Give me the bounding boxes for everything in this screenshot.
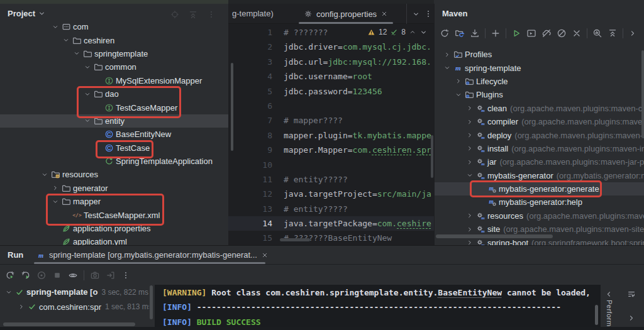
project-item-mysqlextensionmapper[interactable]: MySqlExtensionMapper	[0, 74, 235, 87]
chevron-down-icon[interactable]	[50, 198, 60, 206]
project-item-application-yml[interactable]: application.yml	[0, 235, 235, 245]
skip-tests-icon[interactable]	[557, 28, 567, 38]
project-item-testcasemapper-xml[interactable]: </>TestCaseMapper.xml	[0, 208, 235, 221]
rerun-with-icon[interactable]	[21, 270, 31, 280]
project-item-testcasemapper[interactable]: TestCaseMapper	[0, 101, 235, 114]
dependency-analyzer-icon[interactable]	[592, 28, 602, 38]
maven-item-resources[interactable]: mresources(org.apache.maven.plugins:mave…	[435, 209, 644, 223]
maven-item-clean[interactable]: mclean(org.apache.maven.plugins:maven-cl…	[435, 102, 644, 115]
soft-wrap-icon[interactable]	[627, 290, 636, 299]
inspection-widget[interactable]: 12 8	[366, 28, 429, 36]
maven-item-mybatis-generator-help[interactable]: mmybatis-generator:help	[435, 195, 644, 209]
project-panel-header[interactable]: Project	[8, 9, 46, 18]
project-item-resources[interactable]: resources	[0, 168, 235, 181]
project-item-springtemplateapplication[interactable]: SpringTemplateApplication	[0, 155, 235, 168]
maven-item-mybatis-generator[interactable]: mmybatis-generator(org.mybatis.generator…	[435, 169, 644, 182]
project-item-common[interactable]: common	[0, 60, 235, 74]
add-maven-project-icon[interactable]	[491, 28, 501, 38]
more-options-icon[interactable]	[424, 9, 433, 18]
performance-tab-label[interactable]: Perform	[606, 300, 613, 327]
project-item-springtemplate[interactable]: springtemplate	[0, 47, 235, 60]
project-item-mapper[interactable]: mapper	[0, 195, 235, 208]
next-problem-icon[interactable]	[419, 28, 428, 36]
maven-item-lifecycle[interactable]: Lifecycle	[435, 75, 644, 88]
close-icon[interactable]	[261, 251, 269, 259]
run-maven-build-icon[interactable]	[511, 28, 521, 38]
editor-line-8[interactable]: 8mapper.plugin=tk.mybatis.mappe	[228, 128, 434, 143]
chevron-right-icon[interactable]	[50, 184, 60, 192]
show-passed-icon[interactable]	[68, 270, 78, 280]
editor-tab-partial[interactable]: g-template)	[232, 9, 274, 18]
chevron-right-icon[interactable]	[465, 104, 475, 112]
chevron-down-icon[interactable]	[4, 289, 14, 296]
collapse-all-icon[interactable]	[608, 28, 618, 38]
chevron-down-icon[interactable]	[50, 23, 60, 31]
editor-line-3[interactable]: 3jdbc.url=jdbc:mysql://192.168.	[228, 55, 434, 69]
editor-line-6[interactable]: 6	[228, 99, 434, 113]
project-vertical-scrollbar[interactable]	[231, 63, 233, 151]
run-console[interactable]: [WARNING] Root class com.ceshiren.spring…	[155, 285, 601, 327]
project-item-com[interactable]: com	[0, 20, 235, 33]
more-actions-icon[interactable]	[628, 29, 637, 38]
chevron-right-icon[interactable]	[465, 118, 475, 126]
chevron-right-icon[interactable]	[16, 303, 26, 311]
editor-line-4[interactable]: 4jdbc.username=root	[228, 69, 434, 84]
prev-problem-icon[interactable]	[409, 28, 416, 36]
project-item-application-properties[interactable]: application.properties	[0, 222, 235, 235]
console-vertical-scrollbar[interactable]	[595, 305, 598, 325]
chevron-right-icon[interactable]	[627, 314, 636, 322]
editor-line-10[interactable]: 10	[228, 158, 434, 172]
editor-line-9[interactable]: 9mapper.Mapper=com.ceshiren.spr	[228, 143, 434, 157]
chevron-right-icon[interactable]	[442, 51, 452, 58]
chevron-right-icon[interactable]	[465, 212, 475, 219]
maven-item-spring-template[interactable]: mspring-template	[435, 61, 644, 74]
editor-line-12[interactable]: 12java.targetProject=src/main/ja	[228, 187, 434, 201]
collapse-all-icon[interactable]	[188, 10, 198, 20]
chevron-down-icon[interactable]	[453, 91, 464, 99]
project-item-dao[interactable]: dao	[0, 87, 235, 101]
maven-item-deploy[interactable]: mdeploy(org.apache.maven.plugins:maven-d…	[435, 128, 644, 141]
offline-mode-icon[interactable]	[541, 28, 552, 38]
run-tree-horizontal-scrollbar[interactable]	[3, 322, 135, 326]
project-item-testcase[interactable]: TestCase	[0, 141, 235, 155]
chevron-down-icon[interactable]	[82, 91, 92, 98]
chevron-right-icon[interactable]	[465, 158, 475, 166]
maven-item-mybatis-generator-generate[interactable]: mmybatis-generator:generate	[435, 182, 644, 195]
screenshot-icon[interactable]	[90, 270, 100, 280]
project-item-baseentitynew[interactable]: BaseEntityNew	[0, 128, 235, 141]
run-tree-item-com-ceshiren-spr[interactable]: com.ceshiren:spr1 sec, 813 ms	[0, 300, 149, 315]
run-panel-title[interactable]: Run	[8, 250, 23, 260]
chevron-down-icon[interactable]	[412, 10, 420, 18]
editor-horizontal-scrollbar[interactable]	[280, 238, 310, 241]
editor-line-5[interactable]: 5jdbc.password=123456	[228, 84, 434, 99]
editor-line-15[interactable]: 15# ???????BaseEntityNew	[228, 231, 434, 245]
project-item-ceshiren[interactable]: ceshiren	[0, 33, 235, 47]
execute-maven-goal-icon[interactable]	[526, 28, 536, 38]
maven-item-jar[interactable]: mjar(org.apache.maven.plugins:maven-jar-…	[435, 155, 644, 168]
generate-sources-icon[interactable]	[455, 28, 465, 38]
editor-line-7[interactable]: 7# mapper????	[228, 113, 434, 128]
project-item-entity[interactable]: entity	[0, 114, 235, 128]
chevron-left-icon[interactable]	[604, 290, 613, 299]
chevron-down-icon[interactable]	[61, 36, 71, 44]
download-sources-icon[interactable]	[470, 28, 480, 38]
editor-line-13[interactable]: 13# entity?????	[228, 202, 434, 216]
chevron-down-icon[interactable]	[72, 50, 82, 57]
run-tree-vertical-scrollbar[interactable]	[150, 285, 153, 319]
chevron-right-icon[interactable]	[465, 239, 475, 245]
editor-tab-active[interactable]: config.properties	[299, 4, 393, 24]
maven-item-profiles[interactable]: Profiles	[435, 48, 644, 61]
reload-maven-projects-icon[interactable]	[440, 28, 450, 38]
editor-vertical-scrollbar[interactable]	[431, 135, 433, 178]
chevron-right-icon[interactable]	[453, 77, 464, 85]
chevron-right-icon[interactable]	[465, 145, 475, 152]
stop-icon[interactable]	[52, 270, 62, 280]
chevron-down-icon[interactable]	[465, 172, 475, 179]
run-tab[interactable]: m spring-template [org.mybatis.generator…	[34, 246, 271, 264]
locate-file-icon[interactable]	[170, 10, 179, 20]
chevron-down-icon[interactable]	[82, 117, 92, 124]
editor-line-11[interactable]: 11# entity?????	[228, 172, 434, 187]
maven-horizontal-scrollbar[interactable]	[436, 234, 553, 238]
editor-line-2[interactable]: 2jdbc.driver=com.mysql.cj.jdbc.	[228, 40, 434, 54]
chevron-right-icon[interactable]	[465, 131, 475, 139]
